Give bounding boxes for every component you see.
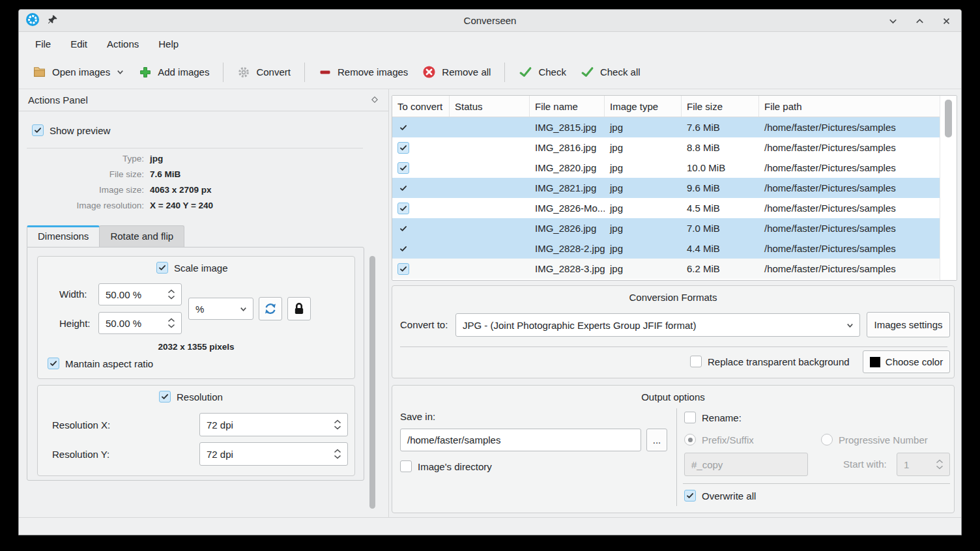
resolution-x-spinbox[interactable]: 72 dpi xyxy=(199,413,348,436)
spin-buttons[interactable] xyxy=(930,459,949,470)
row-checkbox[interactable] xyxy=(397,122,409,134)
images-directory-checkbox[interactable]: Image's directory xyxy=(400,460,492,472)
resolution-label: Resolution xyxy=(177,391,223,403)
scrollbar-thumb[interactable] xyxy=(945,100,952,137)
images-settings-button[interactable]: Images settings xyxy=(867,312,950,337)
col-file-name[interactable]: File name xyxy=(530,96,605,117)
spin-buttons[interactable] xyxy=(162,318,181,328)
resolution-y-spinbox[interactable]: 72 dpi xyxy=(199,442,348,466)
row-checkbox[interactable] xyxy=(397,243,409,255)
checkbox-unchecked[interactable] xyxy=(400,460,412,472)
row-checkbox[interactable] xyxy=(397,162,409,174)
cell-status xyxy=(450,137,530,158)
col-image-type[interactable]: Image type xyxy=(605,96,682,117)
col-status[interactable]: Status xyxy=(450,96,530,117)
remove-all-button[interactable]: Remove all xyxy=(415,61,498,83)
width-spinbox[interactable]: 50.00 % xyxy=(98,283,182,305)
menu-edit[interactable]: Edit xyxy=(62,35,96,53)
col-to-convert[interactable]: To convert xyxy=(392,96,450,117)
convert-button[interactable]: Convert xyxy=(230,61,298,83)
table-row[interactable]: IMG_2816.jpg jpg 8.8 MiB /home/faster/Pi… xyxy=(392,137,940,158)
close-icon[interactable] xyxy=(941,16,952,27)
check-all-button[interactable]: Check all xyxy=(573,61,648,83)
format-combobox[interactable]: JPG - (Joint Photographic Experts Group … xyxy=(455,313,860,337)
start-with-value: 1 xyxy=(897,459,930,470)
cell-status xyxy=(450,178,530,198)
checkbox-checked[interactable] xyxy=(159,391,171,403)
row-checkbox[interactable] xyxy=(397,263,409,275)
row-checkbox[interactable] xyxy=(397,203,409,214)
open-images-button[interactable]: Open images xyxy=(25,61,132,83)
cell-image-type: jpg xyxy=(605,137,682,158)
unit-combobox[interactable]: % xyxy=(188,298,253,320)
menu-actions[interactable]: Actions xyxy=(98,35,147,53)
show-preview-label: Show preview xyxy=(50,125,110,136)
refresh-button[interactable] xyxy=(259,297,282,320)
color-swatch xyxy=(870,357,880,367)
checkbox-checked[interactable] xyxy=(684,490,696,502)
add-images-button[interactable]: Add images xyxy=(132,61,216,83)
height-spinbox[interactable]: 50.00 % xyxy=(98,312,182,334)
file-table: To convert Status File name Image type F… xyxy=(392,95,957,281)
table-row[interactable]: IMG_2826-Mo... jpg 4.5 MiB /home/faster/… xyxy=(392,198,940,218)
maintain-aspect-checkbox[interactable]: Mantain aspect ratio xyxy=(48,358,153,369)
replace-background-checkbox[interactable]: Replace transparent background xyxy=(690,356,850,367)
checkbox-checked[interactable] xyxy=(32,124,44,136)
refresh-icon xyxy=(263,302,278,316)
scale-image-checkbox[interactable]: Scale image xyxy=(156,262,228,274)
check-button[interactable]: Check xyxy=(512,61,573,83)
minimize-icon[interactable] xyxy=(887,16,899,27)
row-checkbox[interactable] xyxy=(397,223,409,234)
start-with-spinbox[interactable]: 1 xyxy=(897,453,950,476)
resolution-x-label: Resolution X: xyxy=(52,419,110,431)
maximize-icon[interactable] xyxy=(914,16,925,27)
cell-file-size: 4.4 MiB xyxy=(682,238,759,259)
remove-all-label: Remove all xyxy=(442,66,491,78)
col-file-size[interactable]: File size xyxy=(682,96,759,117)
table-scrollbar[interactable] xyxy=(940,96,957,280)
table-row[interactable]: IMG_2828-3.jpg jpg 6.2 MiB /home/faster/… xyxy=(392,259,940,279)
save-path-input[interactable]: /home/faster/samples xyxy=(400,429,641,451)
table-row[interactable]: IMG_2821.jpg jpg 9.6 MiB /home/faster/Pi… xyxy=(392,178,940,198)
remove-images-button[interactable]: Remove images xyxy=(311,61,415,83)
menu-file[interactable]: File xyxy=(27,35,59,53)
table-row[interactable]: IMG_2820.jpg jpg 10.0 MiB /home/faster/P… xyxy=(392,158,940,178)
float-panel-icon[interactable] xyxy=(370,95,379,107)
spin-buttons[interactable] xyxy=(328,419,347,430)
scrollbar-thumb[interactable] xyxy=(369,256,375,509)
tab-rotate-and-flip[interactable]: Rotate and flip xyxy=(99,225,184,247)
save-path-value: /home/faster/samples xyxy=(407,434,500,445)
show-preview-checkbox[interactable]: Show preview xyxy=(32,124,110,136)
progressive-number-radio[interactable]: Progressive Number xyxy=(821,434,928,445)
panel-scrollbar[interactable] xyxy=(369,253,377,512)
choose-color-button[interactable]: Choose color xyxy=(863,350,950,373)
plus-icon xyxy=(139,66,152,79)
table-row[interactable]: IMG_2826.jpg jpg 7.0 MiB /home/faster/Pi… xyxy=(392,218,940,238)
row-checkbox[interactable] xyxy=(397,182,409,194)
menu-help[interactable]: Help xyxy=(150,35,187,53)
checkbox-checked[interactable] xyxy=(48,358,59,369)
actions-panel-title: Actions Panel xyxy=(28,94,88,106)
spin-buttons[interactable] xyxy=(162,289,181,300)
overwrite-all-checkbox[interactable]: Overwrite all xyxy=(684,490,756,502)
checkbox-unchecked[interactable] xyxy=(690,356,702,367)
radio-unselected[interactable] xyxy=(821,434,833,445)
spin-buttons[interactable] xyxy=(328,449,347,459)
prefix-suffix-radio[interactable]: Prefix/Suffix xyxy=(684,434,754,445)
radio-selected[interactable] xyxy=(684,434,696,445)
tab-dimensions[interactable]: Dimensions xyxy=(27,225,100,247)
checkbox-unchecked[interactable] xyxy=(684,412,696,423)
unit-value: % xyxy=(189,304,239,315)
table-row[interactable]: IMG_2828-2.jpg jpg 4.4 MiB /home/faster/… xyxy=(392,238,940,259)
resolution-checkbox[interactable]: Resolution xyxy=(159,391,223,403)
rename-checkbox[interactable]: Rename: xyxy=(684,412,742,423)
rename-pattern-input[interactable]: #_copy xyxy=(684,453,808,476)
checkbox-checked[interactable] xyxy=(156,262,168,274)
lock-aspect-button[interactable] xyxy=(287,297,311,320)
scale-image-label: Scale image xyxy=(174,262,228,274)
table-row[interactable]: IMG_2815.jpg jpg 7.6 MiB /home/faster/Pi… xyxy=(392,117,940,137)
col-file-path[interactable]: File path xyxy=(759,96,957,117)
images-directory-label: Image's directory xyxy=(418,461,492,472)
row-checkbox[interactable] xyxy=(397,142,409,154)
browse-button[interactable]: ... xyxy=(646,429,667,451)
